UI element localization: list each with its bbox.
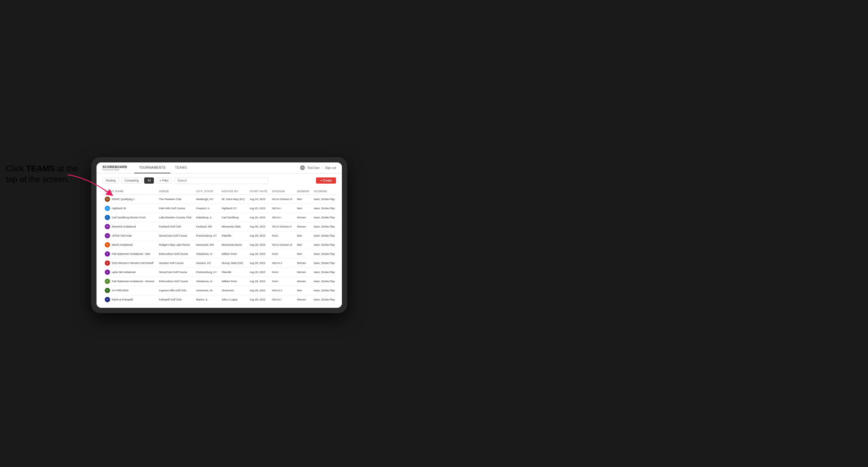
venue-cell: Faribault Golf Club — [157, 222, 194, 231]
date-cell: Aug 24, 2023 — [247, 194, 270, 204]
instruction-text: Click TEAMS at thetop of the screen. — [6, 163, 83, 185]
search-container — [174, 177, 314, 184]
hosted-by-cell: Murray State (OK) — [219, 258, 247, 268]
division-cell: NAIA — [270, 231, 295, 240]
signout-link[interactable]: Sign out — [325, 166, 336, 169]
gender-cell: Men — [294, 249, 312, 258]
team-icon: H — [105, 206, 110, 211]
scoring-cell: team, Stroke Play — [312, 194, 336, 204]
tablet-frame: SCOREBOARD Powered by clippit TOURNAMENT… — [91, 157, 347, 313]
date-cell: Aug 28, 2023 — [247, 240, 270, 249]
table-row: F Fall Statesmen Invitational - Men Edmu… — [102, 249, 336, 258]
team-icon: C — [105, 215, 110, 220]
event-name: upike fall invitational — [112, 271, 136, 274]
search-input[interactable] — [174, 177, 268, 184]
top-nav-bar: SCOREBOARD Powered by clippit TOURNAMENT… — [96, 162, 342, 174]
date-cell: Aug 28, 2023 — [247, 222, 270, 231]
create-button[interactable]: + Create — [316, 178, 336, 184]
venue-cell: Lake Bracken Country Club — [157, 213, 194, 222]
team-icon: U — [105, 233, 110, 238]
scoring-cell: team, Stroke Play — [312, 231, 336, 240]
division-cell: NAIA — [270, 249, 295, 258]
city-cell: Vincennes, IN — [194, 286, 219, 295]
gender-cell: Men — [294, 194, 312, 204]
col-hosted-by: HOSTED BY — [219, 188, 247, 195]
gender-cell: Men — [294, 231, 312, 240]
city-cell: Freeport, IL — [194, 204, 219, 213]
gender-cell: Women — [294, 268, 312, 277]
division-cell: NICAA II — [270, 286, 295, 295]
city-cell: Prestonsburg, KY — [194, 231, 219, 240]
col-event-name: EVENT NAME — [102, 188, 157, 195]
content-area: Hosting Competing All ≡ Filter + Create — [96, 174, 342, 308]
logo-title: SCOREBOARD — [102, 165, 127, 168]
venue-cell: StoneCrest Golf Course — [157, 231, 194, 240]
gender-cell: Women — [294, 222, 312, 231]
venue-cell: Edmundson Golf Course — [157, 277, 194, 286]
venue-cell: Edmundson Golf Course — [157, 249, 194, 258]
username: Test User — [307, 166, 319, 169]
hosted-by-cell: Minnesota-Morris — [219, 240, 247, 249]
city-cell: Prestonsburg, KY — [194, 268, 219, 277]
tablet-screen: SCOREBOARD Powered by clippit TOURNAMENT… — [96, 162, 342, 308]
event-name: Carl Sandburg Women FA23 — [112, 216, 146, 219]
division-cell: NICAA II — [270, 258, 295, 268]
division-cell: NAIA — [270, 268, 295, 277]
logo: SCOREBOARD Powered by clippit — [102, 165, 127, 171]
hosted-by-cell: William Penn — [219, 277, 247, 286]
col-division: DIVISION — [270, 188, 295, 195]
logo-subtitle: Powered by clippit — [102, 168, 127, 171]
city-cell: Oskaloosa, IA — [194, 249, 219, 258]
team-icon: M — [105, 242, 110, 247]
table-row: M Maverick Invitational Faribault Golf C… — [102, 222, 336, 231]
event-name-cell: F Fall Statesmen Invitational - Men — [102, 249, 157, 258]
city-cell: Hesston, KS — [194, 258, 219, 268]
col-start-date: START DATE — [247, 188, 270, 195]
team-icon: K — [105, 297, 110, 302]
team-icon: F — [105, 251, 110, 257]
venue-cell: The Powelton Club — [157, 194, 194, 204]
scoring-cell: team, Stroke Play — [312, 222, 336, 231]
event-name: VU PREVIEW — [112, 289, 129, 292]
scoring-cell: team, Stroke Play — [312, 240, 336, 249]
event-name-cell: u upike fall invitational — [102, 268, 157, 277]
hosted-by-cell: Mt. Saint Mary (NY) — [219, 194, 247, 204]
table-row: H Highland 36 Park Hills Golf CourseFree… — [102, 204, 336, 213]
event-name: Klash at Kokopelli — [112, 298, 133, 301]
tournaments-table: EVENT NAME VENUE CITY, STATE HOSTED BY S… — [102, 188, 336, 304]
division-cell: NICAA I — [270, 213, 295, 222]
venue-cell: Ruttger's Bay Lake Resort — [157, 240, 194, 249]
scoring-cell: team, Stroke Play — [312, 258, 336, 268]
date-cell: Aug 28, 2023 — [247, 258, 270, 268]
table-row: u upike fall invitational StoneCrest Gol… — [102, 268, 336, 277]
competing-filter-button[interactable]: Competing — [121, 178, 142, 184]
date-cell: Aug 28, 2023 — [247, 295, 270, 304]
table-row: U UPIKE Fall Invite StoneCrest Golf Cour… — [102, 231, 336, 240]
scoring-cell: team, Stroke Play — [312, 286, 336, 295]
hosting-filter-button[interactable]: Hosting — [102, 178, 119, 184]
division-cell: NCAA Division III — [270, 240, 295, 249]
gender-cell: Men — [294, 240, 312, 249]
team-icon: V — [105, 288, 110, 293]
venue-cell: Park Hills Golf Course — [157, 204, 194, 213]
event-name: UPIKE Fall Invite — [112, 234, 132, 237]
col-scoring: SCORING — [312, 188, 336, 195]
hosted-by-cell: William Penn — [219, 249, 247, 258]
col-city-state: CITY, STATE — [194, 188, 219, 195]
city-cell: Deerwood, MN — [194, 240, 219, 249]
all-filter-button[interactable]: All — [144, 178, 154, 184]
tab-tournaments[interactable]: TOURNAMENTS — [134, 162, 170, 174]
event-name: Fall Statesmen Invitational - Men — [112, 252, 150, 255]
event-name-cell: M MSMC Qualifying 1 — [102, 194, 157, 204]
hosted-by-cell: John A Logan — [219, 295, 247, 304]
table-row: F Fall Statesmen Invitational - Women Ed… — [102, 277, 336, 286]
settings-icon[interactable]: ⚙ — [300, 165, 305, 170]
event-name-cell: M Morris Invitational — [102, 240, 157, 249]
date-cell: Aug 26, 2023 — [247, 213, 270, 222]
filter-button[interactable]: ≡ Filter — [156, 178, 172, 184]
venue-cell: StoneCrest Golf Course — [157, 268, 194, 277]
gender-cell: Men — [294, 204, 312, 213]
scoring-cell: team, Stroke Play — [312, 204, 336, 213]
tab-teams[interactable]: TEAMS — [170, 162, 191, 174]
event-name: MSMC Qualifying 1 — [112, 198, 135, 201]
